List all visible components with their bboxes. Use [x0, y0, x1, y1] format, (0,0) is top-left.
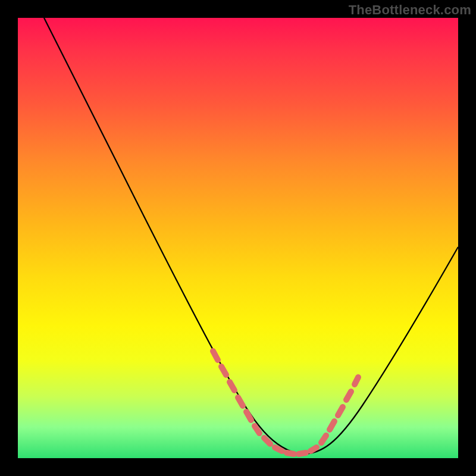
svg-line-12: [330, 421, 334, 430]
svg-line-13: [338, 407, 343, 415]
svg-line-10: [311, 447, 317, 451]
svg-line-15: [355, 377, 358, 384]
svg-line-0: [213, 351, 218, 360]
svg-line-3: [238, 397, 243, 406]
svg-line-4: [246, 412, 251, 420]
highlight-dots-layer: [18, 18, 458, 458]
svg-line-8: [287, 453, 294, 454]
chart-frame: TheBottleneck.com: [0, 0, 476, 476]
svg-line-2: [230, 382, 234, 390]
chart-plot-area: [18, 18, 458, 458]
svg-line-9: [299, 453, 306, 454]
svg-line-14: [346, 392, 351, 400]
svg-line-1: [221, 367, 226, 375]
svg-line-6: [264, 438, 270, 444]
highlight-dots-group: [213, 351, 358, 454]
svg-line-11: [321, 436, 326, 443]
svg-line-5: [255, 426, 259, 433]
watermark-text: TheBottleneck.com: [349, 2, 471, 18]
svg-line-7: [275, 447, 282, 451]
